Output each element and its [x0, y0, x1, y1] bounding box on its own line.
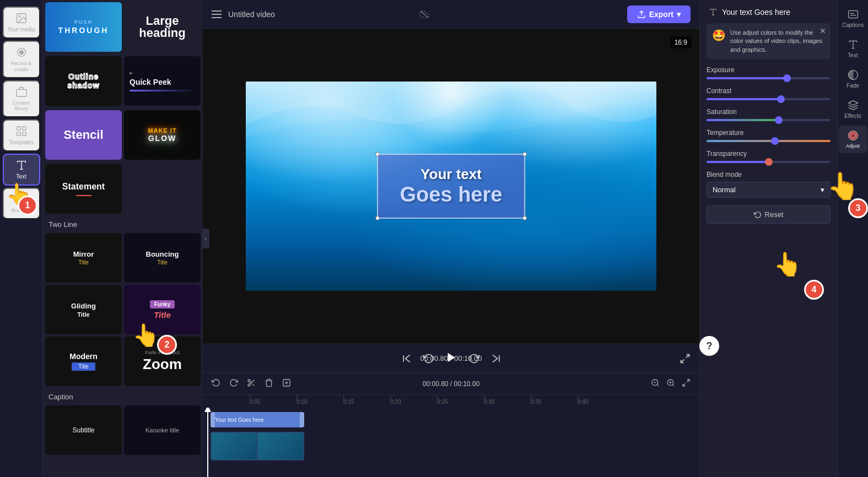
svg-point-18 — [248, 380, 250, 382]
notification-text: Use adjust colors to modify the color va… — [730, 29, 825, 54]
template-card-large-heading[interactable]: Large heading — [124, 2, 201, 52]
zoom-out-button[interactable] — [649, 376, 662, 391]
template-card-make-glow[interactable]: MAKE IT GLOW — [124, 110, 201, 160]
svg-rect-5 — [17, 127, 20, 130]
transparency-row: Transparency — [707, 150, 831, 163]
template-card-subtitle[interactable]: Subtitle — [45, 405, 122, 455]
exposure-slider-track[interactable] — [707, 77, 831, 79]
temperature-slider-track[interactable] — [707, 140, 831, 142]
notification-close-button[interactable]: ✕ — [820, 26, 826, 35]
template-grid-top: PUSH THROUGH Large heading — [43, 0, 203, 54]
exposure-slider-thumb[interactable] — [783, 74, 791, 82]
sidebar-item-record[interactable]: Record & create — [3, 41, 40, 78]
skip-back-button[interactable] — [401, 353, 412, 364]
svg-line-22 — [250, 381, 251, 383]
handle-tl[interactable] — [375, 152, 380, 156]
help-button[interactable]: ? — [699, 336, 719, 356]
far-right-text[interactable]: Text — [839, 35, 867, 63]
template-card-modern[interactable]: Modern Title — [45, 337, 122, 386]
redo-button[interactable] — [227, 376, 240, 391]
template-card-outline-shadow[interactable]: Outline shadow — [45, 56, 122, 106]
add-button[interactable] — [280, 376, 293, 391]
step-3-indicator: 3 — [848, 198, 868, 218]
blend-row: Blend mode Normal ▾ — [707, 171, 831, 198]
text-clip[interactable]: Your text Goes here — [211, 412, 304, 427]
ocean-detail — [246, 82, 656, 165]
temperature-slider-thumb[interactable] — [771, 137, 779, 145]
template-card-gliding[interactable]: Gliding Title — [45, 285, 122, 334]
sidebar-item-media[interactable]: Your media — [3, 7, 40, 39]
contrast-row: Contrast — [707, 87, 831, 100]
record-icon — [15, 46, 28, 58]
blend-label: Blend mode — [707, 171, 831, 178]
temperature-row: Temperature — [707, 129, 831, 142]
sidebar-item-library[interactable]: Content library — [3, 80, 40, 118]
video-canvas: Your text Goes here — [246, 82, 656, 291]
clip-right-handle[interactable] — [300, 412, 304, 427]
template-card-karaoke[interactable]: Karaoke title — [124, 405, 201, 455]
svg-line-33 — [687, 380, 689, 382]
template-card-funky[interactable]: Funky Title — [124, 285, 201, 334]
notification-emoji: 🤩 — [712, 29, 726, 42]
two-line-section-label: Two Line — [43, 216, 203, 231]
template-card-quick-peek[interactable]: ▶ Quick Peek — [124, 56, 201, 106]
text-overlay-element[interactable]: Your text Goes here — [377, 154, 526, 219]
ruler-mark-040: 0:40 — [578, 395, 588, 408]
panel-collapse-button[interactable]: ‹ — [202, 229, 209, 248]
canvas-text-top: Your text — [400, 166, 503, 183]
template-card-stencil[interactable]: Stencil — [45, 110, 122, 160]
timeline-time-display: 00:00.80 / 00:10.00 — [423, 380, 479, 388]
adjust-section: Exposure Contrast Saturation Temperatu — [700, 66, 837, 224]
zoom-in-button[interactable] — [664, 376, 677, 391]
transparency-slider-track[interactable] — [707, 161, 831, 163]
svg-line-17 — [681, 359, 684, 362]
step-1-indicator: 1 — [18, 196, 37, 215]
handle-bl[interactable] — [375, 216, 380, 220]
sidebar-item-text[interactable]: Text — [3, 154, 40, 186]
far-right-captions[interactable]: Captions — [839, 4, 867, 32]
video-clip[interactable] — [211, 432, 304, 460]
delete-button[interactable] — [262, 376, 276, 391]
reset-button[interactable]: Reset — [707, 205, 831, 224]
template-card-push-through[interactable]: PUSH THROUGH — [45, 2, 122, 52]
templates-panel-wrapper: PUSH THROUGH Large heading Outline shado… — [43, 0, 203, 477]
ruler-mark-015: 0:15 — [343, 395, 354, 408]
far-right-effects[interactable]: Effects — [839, 95, 867, 123]
contrast-slider-track[interactable] — [707, 98, 831, 100]
transparency-slider-fill — [707, 161, 769, 163]
contrast-slider-thumb[interactable] — [777, 95, 785, 103]
handle-br[interactable] — [522, 216, 527, 220]
contrast-slider-fill — [707, 98, 781, 100]
timeline-playhead[interactable] — [207, 408, 208, 477]
templates-panel: PUSH THROUGH Large heading Outline shado… — [43, 0, 203, 477]
clip-left-handle[interactable] — [211, 412, 215, 427]
timeline-area: 00:00.80 / 00:10.00 0:05 0:10 0:15 0:20 … — [203, 372, 699, 477]
transparency-label: Transparency — [707, 150, 831, 158]
playback-controls: 00:00.80 / 00:10.00 — [203, 344, 699, 372]
saturation-slider-thumb[interactable] — [775, 116, 783, 124]
undo-button[interactable] — [209, 376, 223, 391]
svg-rect-8 — [22, 132, 25, 135]
far-right-adjust[interactable]: Adjust — [839, 126, 867, 153]
sidebar-item-templates[interactable]: Templates — [3, 120, 40, 151]
template-card-bouncing[interactable]: Bouncing Title — [124, 233, 201, 283]
adjust-panel-icon — [848, 130, 859, 141]
media-icon — [15, 12, 28, 24]
blend-mode-select[interactable]: Normal ▾ — [707, 182, 831, 198]
transparency-slider-thumb[interactable] — [765, 158, 773, 166]
cut-button[interactable] — [245, 376, 258, 391]
step-4-indicator: 4 — [804, 280, 824, 300]
template-card-statement[interactable]: Statement — [45, 164, 122, 214]
ruler-mark-020: 0:20 — [390, 395, 401, 408]
step-2-indicator: 2 — [157, 335, 177, 355]
expand-button[interactable] — [680, 353, 691, 364]
fit-button[interactable] — [680, 376, 693, 391]
hamburger-menu-button[interactable] — [212, 10, 222, 18]
handle-tr[interactable] — [522, 152, 527, 156]
template-card-mirror[interactable]: Mirror Title — [45, 233, 122, 283]
skip-forward-button[interactable] — [490, 353, 502, 364]
saturation-slider-track[interactable] — [707, 119, 831, 121]
far-right-fade[interactable]: Fade — [839, 65, 867, 93]
canvas-text-bottom: Goes here — [400, 183, 503, 207]
export-button[interactable]: Export ▾ — [627, 6, 691, 23]
